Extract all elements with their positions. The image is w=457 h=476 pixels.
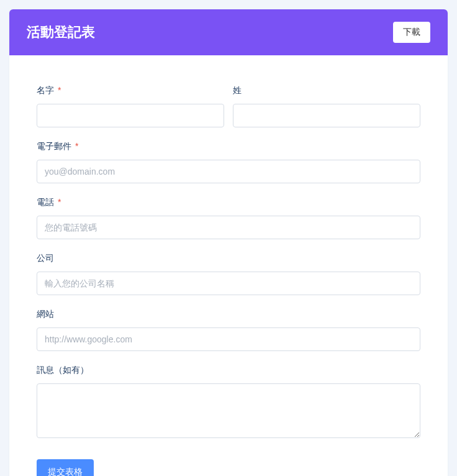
form-container: 活動登記表 下載 名字 * 姓 電子郵件 * (9, 9, 448, 476)
first-name-label-text: 名字 (37, 85, 54, 95)
phone-input[interactable] (37, 216, 420, 239)
required-indicator: * (58, 197, 61, 207)
submit-button[interactable]: 提交表格 (37, 459, 94, 476)
message-label: 訊息（如有） (37, 365, 420, 376)
phone-label: 電話 * (37, 197, 420, 208)
last-name-input[interactable] (233, 104, 420, 127)
form-title: 活動登記表 (27, 23, 95, 42)
first-name-label: 名字 * (37, 85, 224, 96)
form-body: 名字 * 姓 電子郵件 * 電話 * 公司 (9, 55, 448, 476)
message-group: 訊息（如有） (37, 365, 420, 441)
company-input[interactable] (37, 272, 420, 295)
email-label-text: 電子郵件 (37, 141, 71, 151)
download-button[interactable]: 下載 (393, 22, 430, 43)
phone-label-text: 電話 (37, 197, 54, 207)
first-name-input[interactable] (37, 104, 224, 127)
phone-group: 電話 * (37, 197, 420, 239)
message-textarea[interactable] (37, 383, 420, 438)
required-indicator: * (75, 141, 78, 151)
company-label: 公司 (37, 253, 420, 264)
company-group: 公司 (37, 253, 420, 295)
last-name-label: 姓 (233, 85, 420, 96)
form-header: 活動登記表 下載 (9, 9, 448, 55)
first-name-group: 名字 * (37, 85, 224, 127)
email-label: 電子郵件 * (37, 141, 420, 152)
website-input[interactable] (37, 327, 420, 351)
website-group: 網站 (37, 309, 420, 351)
website-label: 網站 (37, 309, 420, 320)
email-group: 電子郵件 * (37, 141, 420, 183)
email-input[interactable] (37, 160, 420, 183)
name-row: 名字 * 姓 (37, 85, 420, 127)
last-name-group: 姓 (233, 85, 420, 127)
required-indicator: * (58, 85, 61, 95)
